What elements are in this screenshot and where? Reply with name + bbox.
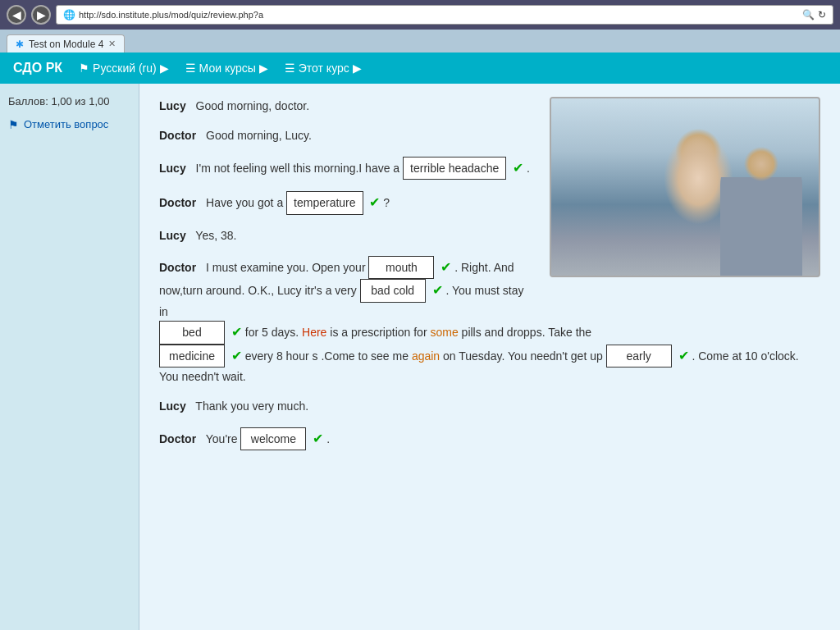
address-bar[interactable]: 🌐 http://sdo.institute.plus/mod/quiz/rev…	[56, 5, 833, 25]
sidebar-action[interactable]: ⚑ Отметить вопрос	[8, 118, 130, 131]
doctor-line-3-pre: I must examine you. Open your	[206, 261, 366, 274]
nav-item-my-courses[interactable]: ☰ Мои курсы ▶	[185, 62, 268, 75]
doctor-line-3-s: s	[313, 349, 318, 363]
doctor-line-4-post: .	[326, 432, 330, 445]
doctor-line-3-mid8: on Tuesday. You needn't get up	[443, 349, 603, 363]
browser-chrome: ◀ ▶ 🌐 http://sdo.institute.plus/mod/quiz…	[0, 0, 840, 30]
medicine-box: medicine	[159, 345, 225, 368]
doctor-line-1-text: Good morning, Lucy.	[206, 129, 312, 142]
active-tab[interactable]: ✱ Test on Module 4 ✕	[7, 34, 125, 52]
speaker-doctor-3: Doctor	[159, 261, 196, 274]
doctor-line-2-pre: Have you got a	[206, 196, 283, 209]
bed-box: bed	[159, 321, 225, 344]
back-icon: ◀	[12, 8, 21, 21]
refresh-icon: ↻	[818, 9, 826, 21]
bad-cold-box: bad cold	[360, 279, 426, 302]
nav-item-language[interactable]: ⚑ Русский (ru) ▶	[79, 62, 169, 75]
courses-icon: ☰	[185, 62, 196, 75]
check-mark-1: ✔	[513, 161, 523, 175]
check-mark-8: ✔	[313, 431, 323, 445]
dialogue-line-7: Lucy Thank you very much.	[159, 397, 820, 415]
check-mark-5: ✔	[231, 325, 242, 339]
speaker-lucy-1: Lucy	[159, 99, 186, 112]
doctor-line-3-mid4: is a prescription for	[330, 326, 427, 339]
doctor-line-3-mid7: .Come to see me	[321, 349, 409, 363]
dialogue-line-8: Doctor You're welcome ✔ .	[159, 427, 820, 450]
terrible-headache-box: terrible headache	[403, 157, 506, 180]
url-text: http://sdo.institute.plus/mod/quiz/revie…	[79, 10, 799, 20]
doctor-line-3-mid5: pills and dropps. Take the	[462, 326, 592, 339]
this-course-icon: ☰	[285, 62, 295, 75]
speaker-lucy-3: Lucy	[159, 229, 186, 242]
nav-item-my-courses-label: Мои курсы ▶	[199, 62, 268, 75]
lucy-line-3-post: .	[527, 162, 530, 175]
speaker-doctor-4: Doctor	[159, 432, 196, 445]
early-box: early	[606, 345, 672, 368]
back-button[interactable]: ◀	[7, 5, 26, 25]
doctor-line-3-mid3: for 5 days.	[245, 326, 299, 339]
lucy-line-1-text: Good morning, doctor.	[196, 99, 310, 112]
speaker-lucy-2: Lucy	[159, 162, 186, 175]
nav-item-this-course-label: Этот курс ▶	[299, 62, 362, 75]
doctor-line-2-post: ?	[383, 196, 390, 209]
lucy-line-7-text: Thank you very much.	[195, 399, 308, 413]
welcome-box: welcome	[240, 427, 306, 450]
tab-label: Test on Module 4	[29, 39, 103, 50]
check-mark-3: ✔	[441, 260, 451, 274]
some-highlight: some	[430, 326, 458, 339]
tab-icon: ✱	[16, 39, 24, 50]
check-mark-6: ✔	[231, 349, 242, 363]
speaker-doctor-1: Doctor	[159, 129, 196, 142]
sidebar-flag-icon: ⚑	[8, 118, 19, 131]
mouth-box: mouth	[368, 256, 434, 279]
nav-brand: СДО РК	[13, 61, 62, 75]
nav-item-this-course[interactable]: ☰ Этот курс ▶	[285, 62, 362, 75]
main-content: Lucy Good morning, doctor. Doctor Good m…	[139, 84, 840, 630]
url-icon: 🌐	[63, 9, 75, 21]
lucy-line-3-pre: I'm not feeling well this morning.I have…	[196, 162, 400, 175]
tab-close-button[interactable]: ✕	[108, 39, 116, 49]
nav-bar: СДО РК ⚑ Русский (ru) ▶ ☰ Мои курсы ▶ ☰ …	[0, 52, 840, 84]
check-mark-2: ✔	[369, 195, 380, 209]
tab-bar: ✱ Test on Module 4 ✕	[0, 30, 840, 52]
sidebar-action-label: Отметить вопрос	[24, 118, 108, 130]
image-placeholder	[551, 98, 819, 276]
page-layout: Баллов: 1,00 из 1,00 ⚑ Отметить вопрос L…	[0, 84, 840, 630]
sidebar: Баллов: 1,00 из 1,00 ⚑ Отметить вопрос	[0, 84, 139, 630]
doctor-line-3-mid6: every 8 hour	[245, 349, 309, 363]
forward-icon: ▶	[37, 8, 46, 21]
sidebar-score: Баллов: 1,00 из 1,00	[8, 94, 130, 110]
lucy-line-5-text: Yes, 38.	[195, 229, 236, 242]
again-highlight: again	[412, 349, 440, 363]
here-highlight: Here	[302, 326, 326, 339]
doctor-line-4-pre: You're	[206, 432, 238, 445]
nav-item-language-label: Русский (ru) ▶	[93, 62, 169, 75]
check-mark-4: ✔	[432, 283, 443, 297]
check-mark-7: ✔	[678, 349, 689, 363]
speaker-lucy-4: Lucy	[159, 399, 186, 413]
search-icon: 🔍	[802, 9, 815, 21]
forward-button[interactable]: ▶	[31, 5, 51, 25]
doctor-patient-image	[550, 97, 820, 277]
temperature-box: temperature	[286, 191, 363, 214]
speaker-doctor-2: Doctor	[159, 196, 196, 209]
flag-icon: ⚑	[79, 62, 89, 75]
